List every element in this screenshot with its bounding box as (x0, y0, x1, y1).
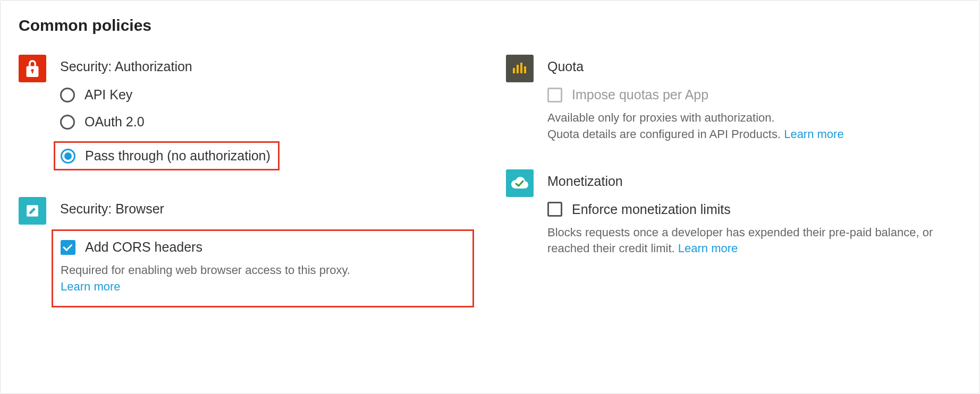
helper-text-content: Blocks requests once a developer has exp… (547, 226, 933, 255)
edit-icon (19, 197, 46, 225)
monetization-title: Monetization (547, 174, 961, 189)
authorization-options: API Key OAuth 2.0 (60, 87, 474, 170)
learn-more-link[interactable]: Learn more (61, 280, 121, 293)
lock-icon (19, 55, 46, 82)
helper-text-line2: Quota details are configured in API Prod… (547, 127, 784, 141)
svg-rect-1 (32, 71, 33, 74)
security-browser-title: Security: Browser (60, 201, 474, 217)
svg-rect-4 (517, 65, 519, 73)
right-column: Quota Impose quotas per App Available on… (506, 54, 961, 333)
helper-text-line1: Available only for proxies with authoriz… (547, 111, 775, 124)
security-authorization-content: Security: Authorization API Key OAuth 2.… (60, 54, 474, 170)
radio-label: API Key (85, 87, 132, 102)
checkbox-label: Add CORS headers (85, 239, 202, 255)
checkbox-quota: Impose quotas per App (547, 87, 961, 102)
radio-label: OAuth 2.0 (85, 114, 145, 130)
security-authorization-block: Security: Authorization API Key OAuth 2.… (19, 54, 474, 170)
svg-rect-3 (513, 68, 515, 73)
radio-icon-selected (61, 149, 75, 164)
quota-content: Quota Impose quotas per App Available on… (547, 54, 961, 143)
checkbox-icon (547, 202, 562, 217)
monetization-content: Monetization Enforce monetization limits… (547, 168, 961, 258)
learn-more-link[interactable]: Learn more (678, 242, 738, 255)
quota-helper-text: Available only for proxies with authoriz… (547, 110, 961, 143)
cors-highlight: Add CORS headers Required for enabling w… (52, 229, 474, 307)
policy-columns: Security: Authorization API Key OAuth 2.… (19, 54, 961, 333)
checkbox-icon-disabled (547, 88, 562, 102)
security-authorization-title: Security: Authorization (60, 59, 474, 74)
common-policies-panel: Common policies Security: Authorization (0, 0, 980, 394)
checkbox-label: Enforce monetization limits (572, 202, 731, 217)
radio-icon (60, 115, 75, 130)
svg-rect-6 (524, 66, 526, 73)
quota-block: Quota Impose quotas per App Available on… (506, 54, 961, 143)
checkbox-monetization[interactable]: Enforce monetization limits (547, 202, 961, 217)
radio-pass-through[interactable]: Pass through (no authorization) (61, 148, 271, 164)
radio-dot-icon (64, 152, 72, 160)
cloud-check-icon (506, 169, 534, 197)
radio-api-key[interactable]: API Key (60, 87, 474, 102)
radio-oauth[interactable]: OAuth 2.0 (60, 114, 474, 130)
checkbox-cors[interactable]: Add CORS headers (61, 239, 462, 255)
security-browser-content: Security: Browser Add CORS headers Requi… (60, 196, 474, 307)
quota-title: Quota (547, 59, 961, 74)
security-browser-block: Security: Browser Add CORS headers Requi… (19, 196, 474, 307)
learn-more-link[interactable]: Learn more (784, 127, 844, 141)
checkbox-label: Impose quotas per App (572, 87, 708, 102)
radio-label: Pass through (no authorization) (85, 148, 271, 164)
radio-icon (60, 88, 75, 102)
left-column: Security: Authorization API Key OAuth 2.… (19, 54, 474, 333)
svg-rect-5 (520, 63, 522, 73)
helper-text-content: Required for enabling web browser access… (61, 263, 350, 277)
check-icon (63, 241, 72, 251)
monetization-block: Monetization Enforce monetization limits… (506, 168, 961, 258)
cors-helper-text: Required for enabling web browser access… (61, 262, 462, 295)
bar-chart-icon (506, 55, 534, 82)
radio-pass-through-highlight: Pass through (no authorization) (54, 141, 280, 170)
checkbox-icon-checked (61, 240, 75, 255)
monetization-helper-text: Blocks requests once a developer has exp… (547, 225, 961, 258)
section-title: Common policies (19, 16, 961, 35)
